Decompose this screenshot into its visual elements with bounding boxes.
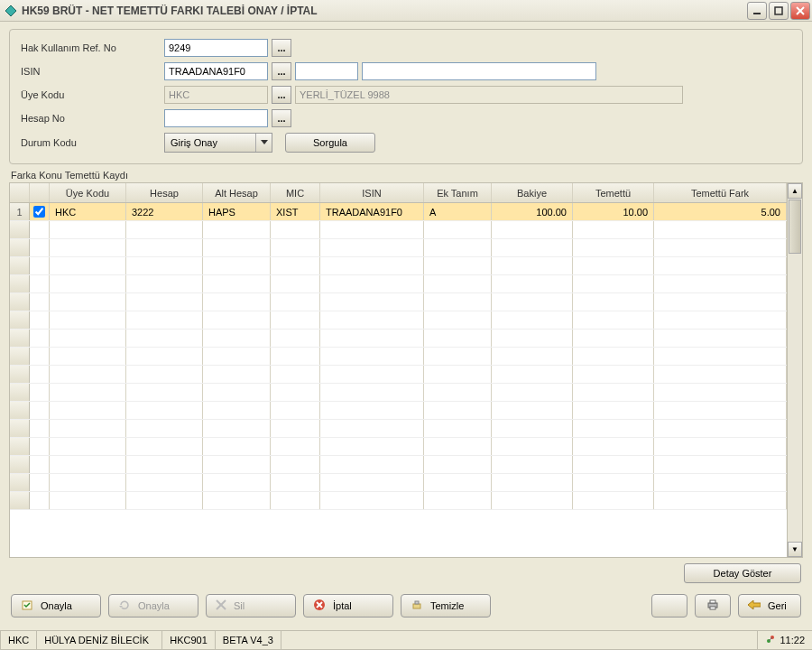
header-temettu[interactable]: Temettü xyxy=(573,183,654,202)
detay-goster-button[interactable]: Detay Göster xyxy=(684,563,801,583)
geri-button[interactable]: Geri xyxy=(738,594,801,618)
back-icon xyxy=(748,600,761,611)
row-number xyxy=(10,257,30,274)
cell-empty xyxy=(573,221,654,238)
header-bakiye[interactable]: Bakiye xyxy=(492,183,573,202)
print-button[interactable] xyxy=(695,594,731,618)
sil-label: Sil xyxy=(234,600,245,611)
cell-empty xyxy=(126,311,203,329)
cell-empty xyxy=(492,257,573,274)
cell-empty xyxy=(271,366,320,383)
lookup-hesap-no[interactable]: ... xyxy=(272,109,291,127)
header-checkbox xyxy=(30,183,50,202)
cell-empty xyxy=(320,293,424,311)
header-temettu-fark[interactable]: Temettü Fark xyxy=(654,183,787,202)
input-hesap-no[interactable] xyxy=(164,109,268,127)
input-isin-extra1[interactable] xyxy=(295,62,358,80)
minimize-button[interactable] xyxy=(747,2,767,20)
cell-empty xyxy=(126,330,203,347)
scroll-thumb[interactable] xyxy=(789,200,801,254)
header-uye-kodu[interactable]: Üye Kodu xyxy=(50,183,126,202)
combo-durum-kodu[interactable]: Giriş Onay xyxy=(164,133,272,153)
grid-body: 1 HKC 3222 HAPS XIST TRAADANA91F0 A 100.… xyxy=(10,203,787,557)
grid-section: Farka Konu Temettü Kaydı Üye Kodu Hesap … xyxy=(9,170,803,585)
status-cell-3: HKC901 xyxy=(161,631,216,650)
cell-empty xyxy=(320,474,424,491)
table-row-empty xyxy=(10,402,787,420)
table-row-empty xyxy=(10,474,787,492)
cell-empty xyxy=(271,402,320,419)
table-row-empty xyxy=(10,492,787,510)
close-button[interactable] xyxy=(790,2,810,20)
row-checkbox-cell xyxy=(30,311,50,329)
cell-empty xyxy=(50,221,126,238)
blank-button[interactable] xyxy=(651,594,687,618)
row-checkbox[interactable] xyxy=(33,206,45,218)
cell-mic: XIST xyxy=(271,203,320,220)
iptal-label: İptal xyxy=(333,600,352,611)
cell-empty xyxy=(654,456,787,473)
cell-empty xyxy=(654,330,787,347)
scroll-track[interactable] xyxy=(788,255,802,542)
vertical-scrollbar[interactable]: ▲ ▼ xyxy=(787,183,802,557)
cell-empty xyxy=(492,456,573,473)
lookup-uye-kodu[interactable]: ... xyxy=(272,86,291,104)
cell-empty xyxy=(50,239,126,256)
sil-button: Sil xyxy=(206,594,296,618)
cell-empty xyxy=(654,275,787,292)
cell-empty xyxy=(573,239,654,256)
cell-empty xyxy=(320,456,424,473)
cell-empty xyxy=(203,420,271,437)
printer-icon xyxy=(706,599,719,613)
cell-empty xyxy=(126,257,203,274)
scroll-up-button[interactable]: ▲ xyxy=(788,183,802,199)
cell-empty xyxy=(320,438,424,455)
header-isin[interactable]: ISIN xyxy=(320,183,424,202)
table-row-empty xyxy=(10,348,787,366)
maximize-button[interactable] xyxy=(769,2,789,20)
table-row[interactable]: 1 HKC 3222 HAPS XIST TRAADANA91F0 A 100.… xyxy=(10,203,787,221)
cell-empty xyxy=(203,456,271,473)
input-isin[interactable] xyxy=(164,62,268,80)
cell-empty xyxy=(271,221,320,238)
row-checkbox-cell[interactable] xyxy=(30,203,50,220)
sorgula-button[interactable]: Sorgula xyxy=(285,133,375,153)
cell-empty xyxy=(573,438,654,455)
input-ref-no[interactable] xyxy=(164,39,268,57)
cell-empty xyxy=(573,293,654,311)
cell-empty xyxy=(492,474,573,491)
cell-hesap: 3222 xyxy=(126,203,203,220)
cell-empty xyxy=(50,257,126,274)
table-row-empty xyxy=(10,239,787,257)
input-isin-extra2[interactable] xyxy=(362,62,596,80)
onayla-label: Onayla xyxy=(41,600,72,611)
header-mic[interactable]: MIC xyxy=(271,183,320,202)
cell-empty xyxy=(573,384,654,401)
svg-rect-16 xyxy=(710,600,715,603)
temizle-label: Temizle xyxy=(430,600,464,611)
row-checkbox-cell xyxy=(30,456,50,473)
app-icon xyxy=(4,4,18,18)
scroll-down-button[interactable]: ▼ xyxy=(788,542,802,557)
cell-empty xyxy=(203,384,271,401)
cell-empty xyxy=(320,384,424,401)
cell-empty xyxy=(50,492,126,509)
cell-empty xyxy=(424,330,492,347)
row-checkbox-cell xyxy=(30,293,50,311)
table-row-empty xyxy=(10,456,787,474)
temizle-button[interactable]: Temizle xyxy=(401,594,491,618)
header-ek-tanim[interactable]: Ek Tanım xyxy=(424,183,492,202)
header-alt-hesap[interactable]: Alt Hesap xyxy=(203,183,271,202)
header-hesap[interactable]: Hesap xyxy=(126,183,203,202)
onayla-button[interactable]: Onayla xyxy=(11,594,101,618)
cell-empty xyxy=(492,348,573,365)
cell-empty xyxy=(126,239,203,256)
iptal-button[interactable]: İptal xyxy=(303,594,393,618)
cell-empty xyxy=(271,492,320,509)
cell-empty xyxy=(573,348,654,365)
cell-empty xyxy=(492,438,573,455)
cell-empty xyxy=(573,474,654,491)
lookup-ref-no[interactable]: ... xyxy=(272,39,291,57)
lookup-isin[interactable]: ... xyxy=(272,62,291,80)
cell-empty xyxy=(203,492,271,509)
